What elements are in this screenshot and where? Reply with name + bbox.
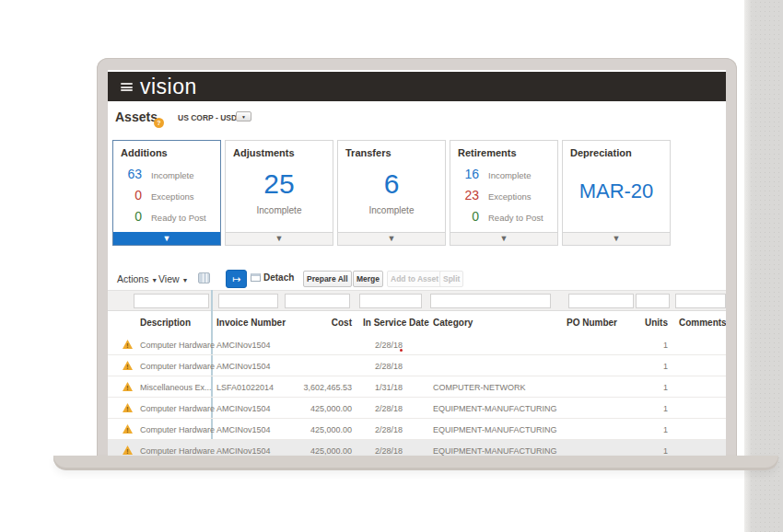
add-to-asset-button: Add to Asset [387,271,442,287]
infotile-sublabel: Incomplete [226,205,333,215]
stat-value: 0 [113,209,142,224]
infotile-adjustments[interactable]: Adjustments25Incomplete▼ [225,140,333,246]
column-header-description[interactable]: Description [140,318,191,328]
infotile-title: Depreciation [570,147,632,158]
cell-invoice-number: AMCINov1504 [216,341,271,350]
infotile-value: 25 [226,168,333,200]
cell-in-service-date: 2/28/18 [358,425,419,434]
required-marker [400,349,403,352]
cell-units: 1 [624,446,668,456]
warning-icon: ! [123,340,133,349]
merge-button[interactable]: Merge [353,271,383,287]
infotile-expander[interactable]: ▼ [113,232,220,245]
cell-description: Computer Hardware [140,425,215,434]
app-window: vision Assets ? US CORP - USD ▼ Addition… [108,70,726,456]
warning-icon: ! [123,403,133,412]
paper-edge-decoration [744,0,783,532]
filter-input[interactable] [430,294,551,308]
infotile-title: Adjustments [233,147,295,158]
infotile-expander[interactable]: ▼ [563,232,670,245]
laptop-base [53,456,778,470]
infotile-sublabel: Incomplete [338,205,445,215]
column-header-cost[interactable]: Cost [274,318,352,328]
toolbar: Actions ▼ View ▼ ↦ Detach Prepare AllMer… [108,269,726,289]
filter-input[interactable] [568,294,634,308]
stat-label: Exceptions [151,191,193,202]
infotile-expander[interactable]: ▼ [226,232,333,245]
warning-icon: ! [123,445,133,455]
filter-input[interactable] [359,294,422,308]
stat-value: 16 [450,167,479,181]
infotile-retirements[interactable]: Retirements16Incomplete23Exceptions0Read… [450,140,558,246]
table-row-3[interactable]: !Miscellaneous Ex...LSFA010220143,602,46… [108,376,726,398]
prepare-all-button[interactable]: Prepare All [303,271,352,287]
cell-units: 1 [624,404,668,413]
stat-value: 23 [450,188,479,202]
page-header: Assets ? US CORP - USD ▼ [108,107,726,131]
stat-label: Incomplete [151,170,193,180]
cell-in-service-date: 2/28/18 [358,446,419,456]
table-row-2[interactable]: !Computer HardwareAMCINov15042/28/181 [108,355,726,376]
filter-input[interactable] [134,294,209,308]
infotile-expander[interactable]: ▼ [450,232,557,245]
filter-input[interactable] [218,294,278,308]
cell-invoice-number: LSFA01022014 [216,383,274,392]
table-row-5[interactable]: !Computer HardwareAMCINov1504425,000.002… [108,419,726,440]
query-by-example-button[interactable]: ↦ [226,270,247,288]
cell-cost: 425,000.00 [274,446,352,456]
infotile-row: Additions63Incomplete0Exceptions0Ready t… [112,140,702,246]
stat-value: 63 [113,167,142,181]
filter-input[interactable] [636,294,670,308]
warning-icon: ! [123,361,133,370]
filter-input[interactable] [675,294,726,308]
freeze-columns-icon[interactable] [198,272,210,283]
cell-invoice-number: AMCINov1504 [216,404,271,413]
table-row-4[interactable]: !Computer HardwareAMCINov1504425,000.002… [108,398,726,419]
cell-invoice-number: AMCINov1504 [216,446,271,456]
filter-input[interactable] [285,294,350,308]
ledger-dropdown[interactable]: ▼ [236,111,251,121]
ledger-label: US CORP - USD [178,113,237,122]
column-header-category[interactable]: Category [433,318,473,328]
page: vision Assets ? US CORP - USD ▼ Addition… [0,0,783,532]
cell-description: Miscellaneous Ex... [140,383,212,392]
cell-description: Computer Hardware [140,404,215,413]
cell-units: 1 [624,425,668,434]
split-button: Split [439,271,463,287]
cell-in-service-date: 2/28/18 [358,362,419,371]
actions-menu[interactable]: Actions ▼ [117,273,158,284]
column-header-in-service-date[interactable]: In Service Date [363,318,429,328]
cell-cost: 425,000.00 [274,425,352,434]
column-header-units[interactable]: Units [624,318,668,328]
page-title: Assets [115,110,158,124]
stat-label: Ready to Post [151,213,206,223]
laptop-screen: vision Assets ? US CORP - USD ▼ Addition… [97,58,737,457]
cell-description: Computer Hardware [140,446,215,456]
column-header-po-number[interactable]: PO Number [567,318,617,328]
view-menu[interactable]: View ▼ [158,273,188,284]
infotile-title: Transfers [345,147,392,158]
table-header: DescriptionInvoice NumberCostIn Service … [108,312,726,334]
cell-cost: 3,602,465.53 [274,383,352,392]
infotile-additions[interactable]: Additions63Incomplete0Exceptions0Ready t… [112,140,221,246]
cell-description: Computer Hardware [140,341,215,350]
table-row-6[interactable]: !Computer HardwareAMCINov1504425,000.002… [108,440,726,456]
cell-in-service-date: 2/28/18 [358,341,419,350]
cell-invoice-number: AMCINov1504 [216,362,271,371]
menu-icon[interactable] [121,83,133,92]
filter-row [108,290,726,311]
column-header-comments[interactable]: Comments [679,318,726,328]
stat-label: Incomplete [488,170,531,180]
infotile-depreciation[interactable]: DepreciationMAR-20▼ [562,140,671,246]
infotile-value: 6 [338,168,445,200]
table-row-1[interactable]: !Computer HardwareAMCINov15042/28/181 [108,334,726,355]
help-icon[interactable]: ? [154,118,164,128]
cell-category: EQUIPMENT-MANUFACTURING [433,404,557,413]
detach-button[interactable]: Detach [251,272,294,283]
cell-units: 1 [624,341,668,350]
infotile-expander[interactable]: ▼ [338,232,445,245]
infotile-transfers[interactable]: Transfers6Incomplete▼ [337,140,446,246]
cell-units: 1 [624,362,668,371]
cell-category: EQUIPMENT-MANUFACTURING [433,446,557,456]
cell-in-service-date: 2/28/18 [358,404,419,413]
